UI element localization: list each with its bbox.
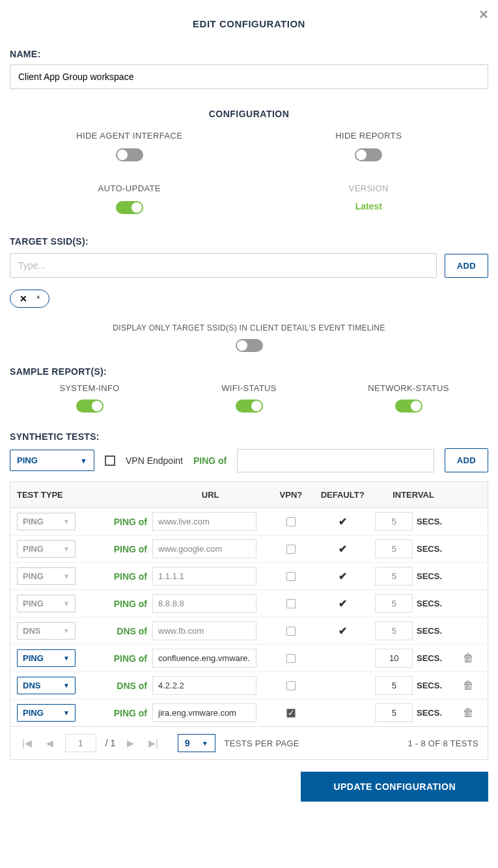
synth-add-button[interactable]: ADD [445, 448, 488, 472]
row-url-input [152, 567, 256, 586]
ssid-input[interactable] [10, 253, 437, 278]
row-vpn-checkbox[interactable] [286, 654, 296, 663]
pager-last-icon[interactable]: ▶| [146, 738, 161, 748]
sample-item-label: NETWORK-STATUS [329, 383, 488, 393]
check-icon: ✔ [339, 571, 347, 582]
check-icon: ✔ [339, 516, 347, 527]
row-vpn-checkbox[interactable] [286, 627, 296, 636]
chevron-down-icon: ▼ [63, 573, 70, 580]
synth-target-input[interactable] [237, 449, 434, 472]
row-of-label: DNS of [88, 681, 152, 691]
th-interval: INTERVAL [372, 490, 456, 500]
row-url-input [152, 512, 256, 531]
th-default: DEFAULT? [314, 490, 372, 500]
update-config-button[interactable]: UPDATE CONFIGURATION [301, 772, 488, 802]
th-test-type: TEST TYPE [17, 490, 88, 500]
trash-icon[interactable]: 🗑 [463, 707, 474, 719]
row-of-label: DNS of [88, 626, 152, 636]
ssid-chip[interactable]: ✕ * [10, 290, 49, 308]
th-url: URL [152, 490, 268, 500]
row-unit-label: SECS. [417, 653, 455, 663]
row-url-input[interactable] [152, 703, 256, 722]
row-url-input [152, 594, 256, 613]
table-footer: |◀ ◀ / 1 ▶ ▶| 9 ▼ TESTS PER PAGE 1 - 8 O… [10, 727, 488, 760]
sample-toggle-2[interactable] [395, 400, 422, 413]
row-of-label: PING of [88, 517, 152, 527]
row-interval-input[interactable] [375, 703, 413, 722]
sample-label: SAMPLE REPORT(S): [10, 366, 488, 377]
row-type-select: PING ▼ [17, 540, 76, 558]
row-url-input[interactable] [152, 676, 256, 695]
perpage-select[interactable]: 9 ▼ [178, 734, 215, 752]
pager-next-icon[interactable]: ▶ [124, 738, 137, 748]
chevron-down-icon: ▼ [63, 709, 70, 716]
display-ssid-toggle[interactable] [236, 339, 263, 352]
row-url-input[interactable] [152, 649, 256, 668]
sample-toggle-1[interactable] [236, 400, 263, 413]
sample-toggle-0[interactable] [76, 400, 104, 413]
row-vpn-checkbox[interactable] [286, 709, 296, 718]
version-value: Latest [249, 201, 489, 211]
row-unit-label: SECS. [417, 681, 455, 690]
pager-prev-icon[interactable]: ◀ [44, 738, 56, 748]
hide-reports-toggle[interactable] [355, 148, 382, 161]
auto-update-toggle[interactable] [116, 201, 143, 214]
chevron-down-icon: ▼ [63, 655, 70, 662]
table-row: PING ▼ PING of ✔ SECS. [10, 508, 488, 536]
row-vpn-checkbox[interactable] [286, 517, 296, 526]
row-unit-label: SECS. [417, 517, 455, 526]
row-type-select: PING ▼ [17, 595, 76, 612]
auto-update-label: AUTO-UPDATE [10, 183, 249, 193]
row-type-select[interactable]: PING ▼ [17, 649, 76, 667]
synth-tests-table: TEST TYPE URL VPN? DEFAULT? INTERVAL PIN… [10, 481, 488, 727]
trash-icon[interactable]: 🗑 [463, 679, 474, 692]
row-unit-label: SECS. [417, 571, 455, 581]
row-type-select[interactable]: DNS ▼ [17, 677, 76, 694]
name-input[interactable] [10, 64, 488, 89]
hide-agent-toggle[interactable] [116, 148, 143, 161]
close-icon[interactable]: × [479, 5, 488, 23]
check-icon: ✔ [339, 625, 347, 636]
chip-text: * [36, 293, 40, 304]
row-interval-input [375, 512, 413, 531]
chevron-down-icon: ▼ [63, 627, 70, 634]
th-vpn: VPN? [268, 490, 313, 500]
display-ssid-label: DISPLAY ONLY TARGET SSID(S) IN CLIENT DE… [10, 323, 488, 332]
row-vpn-checkbox[interactable] [286, 545, 296, 554]
perpage-label: TESTS PER PAGE [225, 739, 299, 748]
row-type-select[interactable]: PING ▼ [17, 704, 76, 722]
row-of-label: PING of [88, 544, 152, 554]
row-url-input [152, 621, 256, 640]
page-total: / 1 [105, 738, 116, 748]
config-heading: CONFIGURATION [10, 109, 488, 119]
chevron-down-icon: ▼ [80, 457, 87, 465]
row-url-input [152, 539, 256, 558]
hide-reports-label: HIDE REPORTS [249, 131, 489, 141]
row-interval-input [375, 621, 413, 640]
row-interval-input [375, 539, 413, 558]
trash-icon[interactable]: 🗑 [463, 652, 474, 664]
chip-remove-icon[interactable]: ✕ [20, 293, 27, 304]
row-of-label: PING of [88, 653, 152, 664]
row-interval-input[interactable] [375, 649, 413, 668]
ssid-label: TARGET SSID(S): [10, 236, 488, 247]
ping-of-label: PING of [193, 455, 227, 466]
chevron-down-icon: ▼ [63, 682, 70, 689]
row-vpn-checkbox[interactable] [286, 681, 296, 690]
row-vpn-checkbox[interactable] [286, 572, 296, 581]
test-type-select[interactable]: PING ▼ [10, 450, 94, 471]
row-interval-input[interactable] [375, 676, 413, 695]
table-row: DNS ▼ DNS of ✔ SECS. [10, 617, 488, 645]
chevron-down-icon: ▼ [63, 518, 70, 525]
table-row: PING ▼ PING of ✔ SECS. [10, 590, 488, 617]
check-icon: ✔ [339, 543, 347, 554]
table-row: PING ▼ PING of ✔ SECS. [10, 536, 488, 563]
row-vpn-checkbox[interactable] [286, 599, 296, 608]
version-label: VERSION [249, 183, 489, 193]
pager-first-icon[interactable]: |◀ [20, 738, 35, 748]
vpn-endpoint-checkbox[interactable] [105, 455, 115, 466]
page-input[interactable] [65, 734, 96, 752]
row-type-select: PING ▼ [17, 567, 76, 585]
ssid-add-button[interactable]: ADD [445, 254, 488, 278]
row-of-label: PING of [88, 708, 152, 718]
